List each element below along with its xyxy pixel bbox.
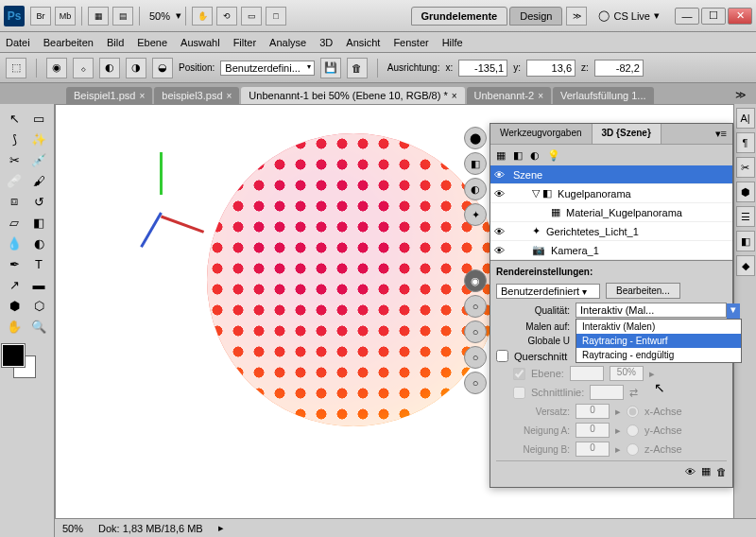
quality-dropdown[interactable]: Interaktiv (Mal...▾ Interaktiv (Malen) R… [576,303,727,318]
mode-1-icon[interactable]: ◉ [46,58,67,78]
position-preset-dropdown[interactable]: Benutzerdefini... [220,61,315,76]
doc-tab-3[interactable]: Unbenannt-1 bei 50% (Ebene 10, RGB/8) *× [241,87,464,104]
mode-4-icon[interactable]: ◑ [126,58,146,78]
render-section-5-icon[interactable]: ○ [464,372,487,394]
maximize-button[interactable]: ☐ [701,8,726,25]
dock-icon-7[interactable]: ◆ [736,255,755,276]
foreground-color[interactable] [2,344,25,367]
filter-light-icon[interactable]: ✦ [464,203,487,226]
doc-tab-4[interactable]: Unbenannt-2× [467,87,551,104]
dock-icon-2[interactable]: ¶ [736,132,755,153]
close-icon[interactable]: × [452,91,457,101]
tool-preset-icon[interactable]: ⬚ [6,58,26,78]
menu-fenster[interactable]: Fenster [393,37,428,48]
menu-ansicht[interactable]: Ansicht [346,37,380,48]
doc-tab-2[interactable]: beispiel3.psd× [154,87,239,104]
history-brush-tool[interactable]: ↺ [26,191,51,212]
render-section-2-icon[interactable]: ○ [464,295,487,318]
hand-tool[interactable]: ✋ [2,316,26,337]
visibility-icon[interactable]: 👁 [494,188,507,199]
z-field[interactable] [594,60,644,77]
scene-item-kugelpanorama[interactable]: 👁▽ ◧Kugelpanorama [490,184,732,203]
eraser-tool[interactable]: ▱ [2,212,26,233]
color-swatches[interactable] [2,344,40,382]
crop-tool[interactable]: ✂ [2,149,26,170]
quality-option-entwurf[interactable]: Raytracing - Entwurf [576,334,741,348]
stamp-tool[interactable]: ⧈ [2,191,26,212]
toggle-lights-icon[interactable]: 👁 [685,466,696,477]
scene-list[interactable]: 👁Szene 👁▽ ◧Kugelpanorama ▦ Material_Kuge… [490,165,732,260]
dock-icon-5[interactable]: ☰ [736,206,755,227]
zoom-tool[interactable]: 🔍 [26,316,51,337]
brush-tool[interactable]: 🖌 [26,170,51,191]
menu-datei[interactable]: Datei [6,37,30,48]
view-guides-button[interactable]: ▤ [112,7,133,26]
dock-icon-6[interactable]: ◧ [736,231,755,251]
scene-light-icon[interactable]: 💡 [547,149,560,162]
status-doc-size[interactable]: Dok: 1,83 MB/18,6 MB [98,523,203,534]
dock-icon-3[interactable]: ✂ [736,157,755,178]
doc-tab-1[interactable]: Beispiel1.psd× [66,87,152,104]
menu-auswahl[interactable]: Auswahl [180,37,220,48]
menu-hilfe[interactable]: Hilfe [442,37,463,48]
zoom-level[interactable]: 50% [149,10,170,22]
menu-bearbeiten[interactable]: Bearbeiten [43,37,94,48]
menu-filter[interactable]: Filter [233,37,256,48]
close-icon[interactable]: × [227,91,232,101]
cslive-button[interactable]: ◯ CS Live ▾ [598,9,660,22]
edit-button[interactable]: Bearbeiten... [606,283,680,299]
path-tool[interactable]: ↗ [2,274,26,295]
dock-icon-1[interactable]: A| [736,108,755,129]
eyedropper-tool[interactable]: 💉 [26,149,51,170]
filter-mesh-icon[interactable]: ◧ [464,152,487,175]
move-tool[interactable]: ↖ [2,108,26,129]
rotate-button[interactable]: ⟲ [216,7,237,26]
heal-tool[interactable]: 🩹 [2,170,26,191]
minimize-button[interactable]: — [675,8,699,25]
render-preset-dropdown[interactable]: Benutzerdefiniert ▾ [496,284,600,299]
axis-y[interactable] [160,152,163,195]
mode-5-icon[interactable]: ◒ [152,58,173,78]
3d-tool[interactable]: ⬢ [2,295,26,316]
arrange-button[interactable]: ▭ [241,7,262,26]
scene-mesh-icon[interactable]: ◧ [513,149,523,162]
scene-item-material[interactable]: ▦ Material_Kugelpanorama [490,203,732,222]
scene-item-camera[interactable]: 👁📷 Kamera_1 [490,241,732,260]
render-section-1-icon[interactable]: ◉ [464,269,487,292]
filter-scene-icon[interactable]: ⬤ [464,127,487,149]
menu-ebene[interactable]: Ebene [137,37,167,48]
menu-bild[interactable]: Bild [107,37,124,48]
scene-filter-icon[interactable]: ▦ [496,149,506,162]
menu-analyse[interactable]: Analyse [269,37,306,48]
y-field[interactable] [526,60,576,77]
menu-3d[interactable]: 3D [319,37,333,48]
pen-tool[interactable]: ✒ [2,253,26,274]
scene-material-icon[interactable]: ◐ [530,149,540,162]
workspace-tab-design[interactable]: Design [509,7,562,26]
quality-option-endgueltig[interactable]: Raytracing - endgültig [576,348,741,362]
lasso-tool[interactable]: ⟆ [2,129,26,149]
mode-2-icon[interactable]: ⬦ [73,58,94,78]
axis-x[interactable] [161,216,204,234]
visibility-icon[interactable]: 👁 [494,245,507,256]
close-icon[interactable]: × [538,91,543,101]
visibility-icon[interactable]: 👁 [494,169,507,181]
close-icon[interactable]: × [139,91,145,101]
3d-sphere-object[interactable] [207,133,500,426]
visibility-icon[interactable]: 👁 [494,226,507,237]
status-zoom[interactable]: 50% [62,523,83,534]
workspace-tab-grundelemente[interactable]: Grundelemente [411,7,508,26]
wand-tool[interactable]: ✨ [26,129,51,149]
filter-material-icon[interactable]: ◐ [464,178,487,200]
axis-z[interactable] [140,212,163,248]
hand-button[interactable]: ✋ [192,7,213,26]
scene-item-light[interactable]: 👁✦ Gerichtetes_Licht_1 [490,222,732,241]
delete-icon[interactable]: 🗑 [716,466,727,477]
view-extras-button[interactable]: ▦ [88,7,109,26]
scene-item-szene[interactable]: 👁Szene [490,165,732,184]
tab-werkzeugvorgaben[interactable]: Werkzeugvorgaben [490,124,593,144]
tab-overflow-button[interactable]: ≫ [730,86,752,104]
new-light-icon[interactable]: ▦ [701,465,711,477]
save-icon[interactable]: 💾 [320,58,341,78]
shape-tool[interactable]: ▬ [26,274,51,295]
